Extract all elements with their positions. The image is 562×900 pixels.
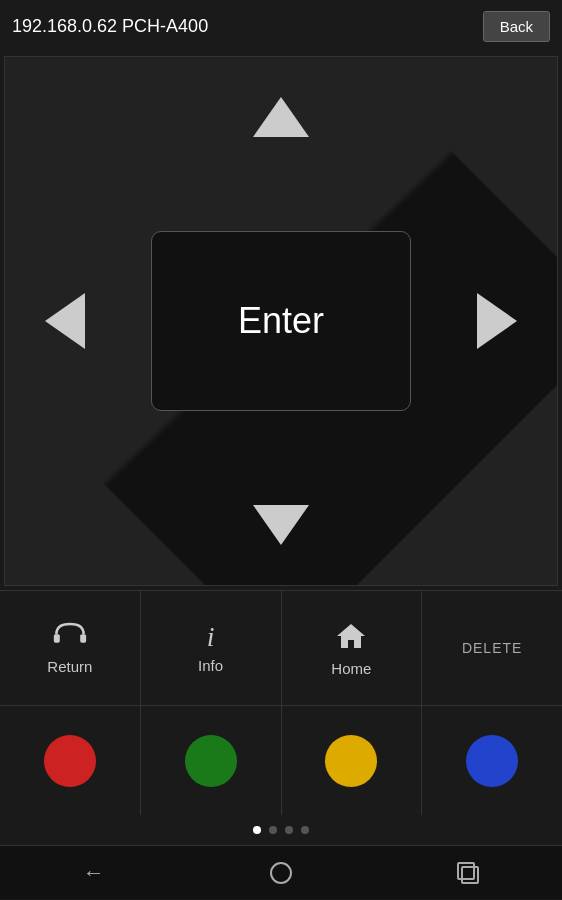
android-recents-icon: [457, 862, 479, 884]
corner-tr: [357, 57, 557, 257]
android-home-button[interactable]: [251, 853, 311, 893]
svg-rect-1: [80, 634, 86, 643]
svg-rect-0: [54, 634, 60, 643]
yellow-circle: [325, 735, 377, 787]
corner-br: [357, 385, 557, 585]
dpad-up-button[interactable]: [241, 77, 321, 157]
red-button[interactable]: [0, 706, 141, 815]
info-label: Info: [198, 657, 223, 674]
android-nav-bar: ←: [0, 845, 562, 899]
info-button[interactable]: i Info: [141, 591, 282, 705]
left-arrow-icon: [45, 293, 85, 349]
dot-2: [269, 826, 277, 834]
page-indicator: [0, 815, 562, 845]
right-arrow-icon: [477, 293, 517, 349]
return-icon: [53, 622, 87, 652]
home-label: Home: [331, 660, 371, 677]
blue-button[interactable]: [422, 706, 562, 815]
corner-tl: [5, 57, 205, 257]
delete-button[interactable]: DELETE: [422, 591, 562, 705]
dpad-right-button[interactable]: [457, 281, 537, 361]
home-icon: [335, 620, 367, 654]
android-home-icon: [270, 862, 292, 884]
dot-3: [285, 826, 293, 834]
device-title: 192.168.0.62 PCH-A400: [12, 16, 208, 37]
return-label: Return: [47, 658, 92, 675]
dpad-down-button[interactable]: [241, 485, 321, 565]
dpad-inner: Enter: [5, 57, 557, 585]
dot-1: [253, 826, 261, 834]
android-back-button[interactable]: ←: [64, 853, 124, 893]
enter-button[interactable]: Enter: [151, 231, 411, 411]
info-icon: i: [207, 623, 215, 651]
red-circle: [44, 735, 96, 787]
return-button[interactable]: Return: [0, 591, 141, 705]
yellow-button[interactable]: [282, 706, 423, 815]
color-row: [0, 705, 562, 815]
dot-4: [301, 826, 309, 834]
dpad-container: Enter: [4, 56, 558, 586]
home-button[interactable]: Home: [282, 591, 423, 705]
up-arrow-icon: [253, 97, 309, 137]
back-button[interactable]: Back: [483, 11, 550, 42]
green-circle: [185, 735, 237, 787]
android-recents-button[interactable]: [438, 853, 498, 893]
corner-bl: [5, 385, 205, 585]
delete-label: DELETE: [462, 640, 522, 656]
green-button[interactable]: [141, 706, 282, 815]
function-row: Return i Info Home DELETE: [0, 590, 562, 705]
down-arrow-icon: [253, 505, 309, 545]
top-bar: 192.168.0.62 PCH-A400 Back: [0, 0, 562, 52]
blue-circle: [466, 735, 518, 787]
dpad-left-button[interactable]: [25, 281, 105, 361]
enter-label: Enter: [238, 300, 324, 342]
